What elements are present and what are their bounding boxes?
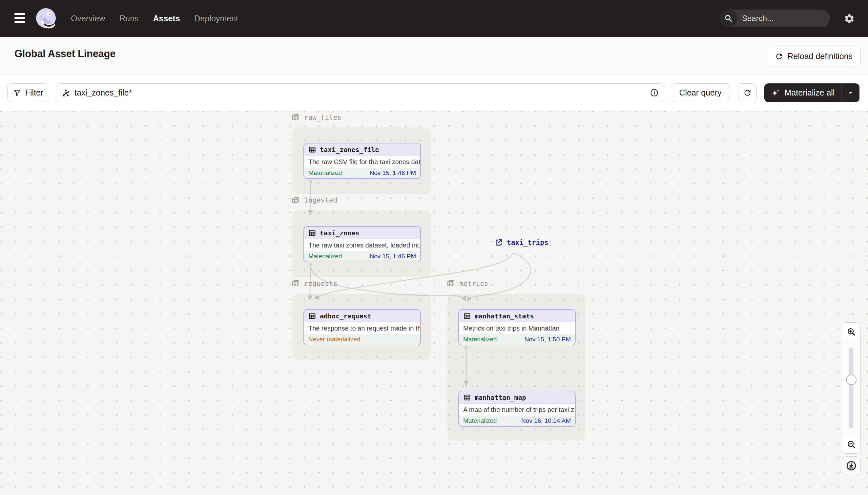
materialization-timestamp: Nov 15, 1:46 PM [369,253,416,260]
asset-name: adhoc_request [320,312,371,320]
group-tables-icon [446,279,455,288]
zoom-out-icon [846,440,856,449]
materialize-all-button-group: Materialize all [764,83,860,102]
op-selection-icon [61,88,71,98]
external-asset-taxi-trips[interactable]: taxi_trips [494,238,548,247]
materialize-all-button[interactable]: Materialize all [764,83,841,102]
caret-down-icon [847,89,854,97]
asset-node-taxi-zones-file[interactable]: taxi_zones_file The raw CSV file for the… [303,143,421,179]
lineage-canvas[interactable]: raw_files taxi_zones_file The raw CSV fi… [0,111,868,495]
asset-description: The response to an request made in th... [304,322,420,334]
recenter-view-button[interactable] [842,456,861,475]
materialize-options-caret[interactable] [841,83,860,102]
external-link-icon [494,238,503,247]
materialization-timestamp: Nov 15, 1:50 PM [524,336,571,343]
sparkle-icon [771,88,781,98]
zoom-slider-handle[interactable] [846,375,856,385]
settings-gear-icon[interactable] [843,12,856,25]
zoom-out-button[interactable] [842,435,861,453]
search-input[interactable] [738,14,830,23]
group-label-ingested[interactable]: ingested [291,195,337,205]
nav-item-deployment[interactable]: Deployment [195,14,238,23]
main-nav: Overview Runs Assets Deployment [71,0,238,37]
search-icon [720,10,738,27]
asset-status-bar: Never materialized [304,334,420,345]
zoom-controls [842,322,861,454]
asset-status-bar: Materialized Nov 15, 1:46 PM [304,251,420,262]
asset-description: The raw taxi zones dataset, loaded int..… [304,239,420,251]
group-tables-icon [291,113,300,122]
filter-button[interactable]: Filter [7,83,49,102]
status-badge: Materialized [308,169,342,176]
external-asset-name: taxi_trips [507,239,548,246]
reload-definitions-button[interactable]: Reload definitions [767,47,861,66]
asset-node-manhattan-map[interactable]: manhattan_map A map of the number of tri… [458,391,576,427]
group-tables-icon [291,279,300,288]
hamburger-menu-icon[interactable] [14,13,25,23]
asset-description: A map of the number of trips per taxi z.… [459,404,575,415]
asset-query-input[interactable] [74,88,646,98]
asset-node-taxi-zones[interactable]: taxi_zones The raw taxi zones dataset, l… [303,226,421,262]
status-badge: Materialized [463,417,497,424]
refresh-icon [743,88,752,97]
group-label-metrics[interactable]: metrics [446,279,489,288]
page-title: Global Asset Lineage [14,48,116,60]
refresh-button[interactable] [738,83,757,102]
asset-node-adhoc-request[interactable]: adhoc_request The response to an request… [303,309,421,345]
zoom-slider[interactable] [842,341,861,435]
asset-description: The raw CSV file for the taxi zones dat.… [304,156,420,168]
zoom-in-icon [846,327,856,337]
asset-status-bar: Materialized Nov 15, 1:46 PM [304,168,420,178]
asset-node-header: manhattan_map [459,391,575,404]
global-search[interactable]: / [720,10,830,27]
group-tables-icon [291,195,300,205]
filter-funnel-icon [13,89,21,97]
query-info-icon[interactable] [650,88,659,97]
table-icon [308,312,316,320]
dagster-logo[interactable] [35,7,57,30]
nav-item-runs[interactable]: Runs [119,14,138,23]
nav-item-overview[interactable]: Overview [71,14,105,23]
page-header: Global Asset Lineage Reload definitions [0,37,868,75]
asset-description: Metrics on taxi trips in Manhattan [459,322,575,334]
table-icon [463,394,471,402]
asset-node-header: taxi_zones [304,227,420,239]
asset-name: taxi_zones_file [320,146,379,154]
asset-status-bar: Materialized Nov 15, 1:50 PM [459,334,575,345]
group-label-raw-files[interactable]: raw_files [291,113,341,122]
status-badge: Never materialized [308,336,360,343]
table-icon [308,229,316,237]
asset-query-input-container [56,83,664,102]
asset-status-bar: Materialized Nov 16, 10:14 AM [459,415,575,426]
asset-node-header: taxi_zones_file [304,143,420,156]
materialization-timestamp: Nov 16, 10:14 AM [521,417,571,424]
asset-node-header: adhoc_request [304,310,420,322]
lineage-toolbar: Filter Clear query Material [0,75,868,111]
top-navbar: Overview Runs Assets Deployment / [0,0,868,37]
clear-query-button[interactable]: Clear query [671,83,730,102]
table-icon [463,312,471,320]
asset-name: manhattan_stats [475,312,534,320]
asset-node-header: manhattan_stats [459,310,575,322]
reload-icon [775,52,783,61]
download-circle-icon [846,460,857,471]
nav-item-assets[interactable]: Assets [153,14,180,23]
status-badge: Materialized [463,336,497,343]
zoom-slider-track[interactable] [849,347,854,428]
lineage-edges [0,111,868,495]
asset-node-manhattan-stats[interactable]: manhattan_stats Metrics on taxi trips in… [458,309,576,345]
status-badge: Materialized [308,253,342,260]
asset-name: taxi_zones [320,229,359,237]
asset-name: manhattan_map [475,394,526,402]
materialization-timestamp: Nov 15, 1:46 PM [369,169,416,176]
zoom-in-button[interactable] [842,323,861,341]
table-icon [308,146,316,154]
group-label-requests[interactable]: requests [291,279,337,288]
